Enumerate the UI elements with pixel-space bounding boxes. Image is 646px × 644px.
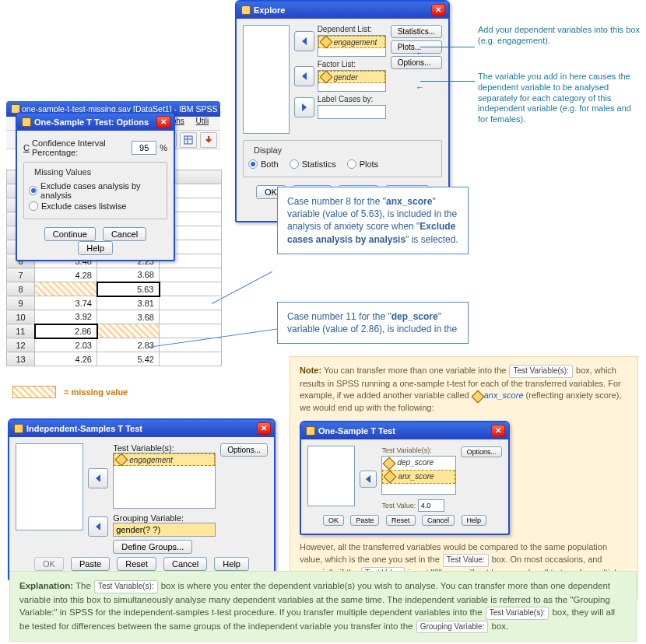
os-source-list[interactable] <box>307 446 355 506</box>
toolbar-btn-2[interactable] <box>180 132 197 148</box>
continue-button[interactable]: Continue <box>44 227 96 241</box>
define-groups-button[interactable]: Define Groups... <box>113 540 192 554</box>
menu-utilities[interactable]: Utili <box>196 117 209 125</box>
row-number[interactable]: 13 <box>7 352 35 366</box>
move-to-label-button[interactable] <box>294 97 314 117</box>
toolbar-btn-3[interactable] <box>200 132 217 148</box>
arrow-left-icon <box>299 36 310 47</box>
var-engagement[interactable]: engagement <box>114 453 215 466</box>
table-row[interactable]: 112.86 <box>7 324 222 338</box>
help-button[interactable]: Help <box>78 241 113 255</box>
options-titlebar[interactable]: One-Sample T Test: Options ✕ <box>17 114 174 131</box>
ok-button[interactable]: OK <box>323 515 344 526</box>
ok-button[interactable]: OK <box>34 557 64 571</box>
options-button[interactable]: Options... <box>220 443 268 457</box>
cell[interactable] <box>160 268 222 282</box>
display-stats-radio[interactable]: Statistics <box>290 159 336 169</box>
display-group-label: Display <box>251 145 284 155</box>
cell[interactable]: 3.68 <box>97 268 160 282</box>
close-icon[interactable]: ✕ <box>491 425 505 437</box>
cell[interactable] <box>160 352 222 366</box>
row-number[interactable]: 9 <box>7 296 35 310</box>
cancel-button[interactable]: Cancel <box>103 227 146 241</box>
help-button[interactable]: Help <box>214 557 249 571</box>
test-value-input[interactable] <box>418 499 444 512</box>
ci-label-underline: C <box>23 143 30 152</box>
dependent-list[interactable]: engagement <box>318 35 386 57</box>
move-to-grouping-button[interactable] <box>88 516 108 537</box>
table-row[interactable]: 103.923.68 <box>7 310 222 324</box>
display-both-radio[interactable]: Both <box>248 159 279 169</box>
row-number[interactable]: 12 <box>7 338 35 352</box>
cell[interactable]: 2.83 <box>97 338 160 352</box>
os-test-variables-list[interactable]: dep_score anx_score <box>381 456 456 495</box>
row-number[interactable]: 8 <box>7 282 35 296</box>
scale-icon <box>471 390 484 403</box>
close-icon[interactable]: ✕ <box>156 116 170 128</box>
cell[interactable]: 3.74 <box>35 296 97 310</box>
mv-analysis-radio[interactable]: Exclude cases analysis by analysis <box>29 181 162 200</box>
move-to-dependent-button[interactable] <box>294 31 314 51</box>
table-row[interactable]: 134.265.42 <box>7 352 222 366</box>
cancel-button[interactable]: Cancel <box>422 515 455 526</box>
cell[interactable] <box>160 282 222 296</box>
label-cases-input[interactable] <box>318 105 386 119</box>
cell[interactable] <box>160 338 222 352</box>
cell[interactable]: 5.42 <box>97 352 160 366</box>
cell[interactable]: 5.63 <box>97 282 160 296</box>
cell[interactable]: 4.28 <box>35 268 97 282</box>
scale-icon <box>383 457 396 470</box>
cell[interactable]: 2.86 <box>35 324 97 338</box>
cell[interactable]: 2.03 <box>35 338 97 352</box>
ind-titlebar[interactable]: Independent-Samples T Test ✕ <box>9 420 274 437</box>
reset-button[interactable]: Reset <box>117 557 156 571</box>
nominal-icon <box>319 71 332 84</box>
options-button[interactable]: Options... <box>461 446 502 457</box>
row-number[interactable]: 10 <box>7 310 35 324</box>
options-button[interactable]: Options... <box>391 56 442 69</box>
row-number[interactable]: 11 <box>7 324 35 338</box>
table-row[interactable]: 85.63 <box>7 282 222 296</box>
table-row[interactable]: 74.283.68 <box>7 268 222 282</box>
help-button[interactable]: Help <box>462 515 487 526</box>
display-plots-radio[interactable]: Plots <box>347 159 378 169</box>
cell[interactable]: 3.81 <box>97 296 160 310</box>
cell[interactable] <box>97 324 160 338</box>
factor-list[interactable]: gender <box>318 70 386 92</box>
cell[interactable]: 3.68 <box>97 310 160 324</box>
cell[interactable] <box>35 282 97 296</box>
arrow-right-icon <box>299 102 310 113</box>
cancel-button[interactable]: Cancel <box>163 557 207 571</box>
explore-titlebar[interactable]: Explore ✕ <box>237 2 448 19</box>
var-anx-score[interactable]: anx_score <box>382 470 455 485</box>
os-tval-label: Test Value: <box>381 502 416 509</box>
paste-button[interactable]: Paste <box>350 515 379 526</box>
close-icon[interactable]: ✕ <box>257 422 271 435</box>
reset-button[interactable]: Reset <box>386 515 416 526</box>
move-to-test-button[interactable] <box>360 471 377 488</box>
mv-listwise-radio[interactable]: Exclude cases listwise <box>29 201 162 211</box>
app-icon <box>14 424 23 433</box>
scale-icon <box>319 36 332 49</box>
cell[interactable]: 4.26 <box>35 352 97 366</box>
cell[interactable] <box>160 310 222 324</box>
cell[interactable]: 3.92 <box>35 310 97 324</box>
row-number[interactable]: 7 <box>7 268 35 282</box>
table-row[interactable]: 122.032.83 <box>7 338 222 352</box>
cell[interactable] <box>160 324 222 338</box>
test-variables-list[interactable]: engagement <box>113 453 216 509</box>
var-engagement[interactable]: engagement <box>318 36 385 48</box>
ci-input[interactable] <box>132 141 156 155</box>
ind-source-list[interactable] <box>16 443 83 530</box>
os-titlebar[interactable]: One-Sample T Test ✕ <box>301 422 508 439</box>
move-to-factor-button[interactable] <box>294 66 314 86</box>
table-row[interactable]: 93.743.81 <box>7 296 222 310</box>
var-dep-score[interactable]: dep_score <box>382 457 455 470</box>
explore-source-list[interactable] <box>243 25 290 134</box>
var-gender[interactable]: gender <box>318 71 385 83</box>
paste-button[interactable]: Paste <box>71 557 110 571</box>
statistics-button[interactable]: Statistics... <box>391 25 442 38</box>
close-icon[interactable]: ✕ <box>431 4 445 16</box>
grouping-variable-input[interactable] <box>113 523 216 537</box>
move-to-test-button[interactable] <box>88 468 108 488</box>
